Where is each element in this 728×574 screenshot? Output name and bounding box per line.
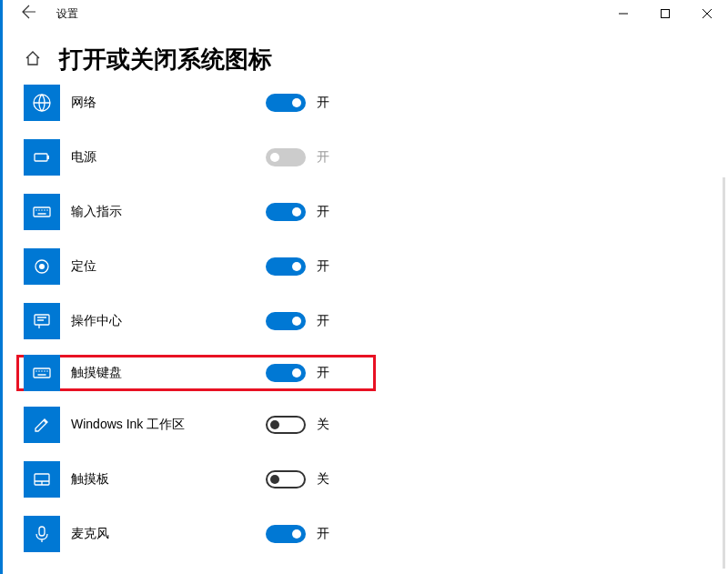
accent-border — [0, 0, 3, 574]
touchpad-icon — [32, 469, 52, 489]
keyboard-icon — [32, 202, 52, 222]
close-icon — [703, 9, 712, 18]
setting-row-touchpad: 触摸板 关 — [24, 461, 728, 498]
svg-rect-4 — [34, 207, 50, 217]
setting-label: Windows Ink 工作区 — [71, 417, 266, 433]
power-icon — [32, 147, 52, 167]
pen-icon — [32, 415, 52, 435]
toggle-state-label: 关 — [317, 417, 329, 433]
maximize-icon — [661, 9, 670, 18]
mic-icon — [32, 524, 52, 544]
setting-label: 麦克风 — [71, 526, 266, 542]
toggle-touchpad[interactable] — [266, 470, 306, 488]
back-arrow-icon — [22, 5, 36, 19]
location-icon-box — [24, 248, 60, 285]
home-button[interactable] — [25, 50, 41, 70]
network-icon-box — [24, 85, 60, 121]
setting-label: 电源 — [71, 149, 266, 166]
setting-row-input: 输入指示 开 — [24, 194, 728, 230]
toggle-state-label: 开 — [317, 149, 329, 166]
scrollbar[interactable] — [723, 177, 725, 569]
toggle-state-label: 开 — [317, 526, 329, 542]
svg-rect-2 — [35, 154, 47, 161]
svg-rect-10 — [39, 527, 45, 536]
touch-keyboard-icon-box — [24, 355, 60, 391]
setting-label: 触摸键盘 — [71, 365, 266, 381]
setting-row-action-center: 操作中心 开 — [24, 303, 728, 339]
toggle-power — [266, 148, 306, 166]
setting-label: 触摸板 — [71, 471, 266, 488]
toggle-action-center[interactable] — [266, 312, 306, 330]
close-button[interactable] — [686, 0, 728, 27]
page-title: 打开或关闭系统图标 — [59, 44, 272, 76]
setting-label: 网络 — [71, 95, 266, 111]
toggle-state-label: 开 — [317, 95, 329, 111]
setting-row-windows-ink: Windows Ink 工作区 关 — [24, 407, 728, 443]
toggle-state-label: 开 — [317, 204, 329, 220]
location-icon — [32, 257, 52, 277]
minimize-icon — [619, 9, 628, 18]
toggle-network[interactable] — [266, 94, 306, 112]
setting-label: 输入指示 — [71, 204, 266, 220]
ink-icon-box — [24, 407, 60, 443]
power-icon-box — [24, 139, 60, 176]
setting-row-network: 网络 开 — [24, 85, 728, 121]
setting-row-microphone: 麦克风 开 — [24, 516, 728, 552]
toggle-microphone[interactable] — [266, 525, 306, 543]
setting-label: 定位 — [71, 258, 266, 275]
input-icon-box — [24, 194, 60, 230]
back-button[interactable] — [18, 1, 40, 26]
action-center-icon — [32, 311, 52, 331]
svg-rect-0 — [662, 10, 670, 18]
toggle-state-label: 关 — [317, 471, 329, 488]
toggle-state-label: 开 — [317, 313, 329, 329]
touchpad-icon-box — [24, 461, 60, 498]
toggle-input[interactable] — [266, 203, 306, 221]
home-icon — [25, 50, 41, 66]
toggle-location[interactable] — [266, 257, 306, 276]
mic-icon-box — [24, 516, 60, 552]
setting-row-power: 电源 开 — [24, 139, 728, 176]
setting-row-location: 定位 开 — [24, 248, 728, 285]
app-title: 设置 — [56, 6, 78, 22]
keyboard-icon — [32, 363, 52, 383]
toggle-windows-ink[interactable] — [266, 416, 306, 434]
toggle-state-label: 开 — [317, 258, 329, 275]
toggle-state-label: 开 — [317, 365, 329, 381]
settings-list: 网络 开 电源 开 输入指示 开 定位 开 操作中心 开 — [0, 85, 728, 552]
maximize-button[interactable] — [644, 0, 686, 27]
window-controls — [602, 0, 728, 27]
minimize-button[interactable] — [602, 0, 644, 27]
svg-rect-3 — [47, 156, 49, 159]
globe-icon — [32, 93, 52, 113]
setting-row-touch-keyboard: 触摸键盘 开 — [16, 355, 376, 391]
toggle-touch-keyboard[interactable] — [266, 364, 306, 382]
action-icon-box — [24, 303, 60, 339]
setting-label: 操作中心 — [71, 313, 266, 329]
svg-point-6 — [39, 264, 45, 269]
header-row: 打开或关闭系统图标 — [0, 27, 728, 85]
titlebar: 设置 — [0, 0, 728, 27]
svg-rect-8 — [34, 368, 50, 378]
